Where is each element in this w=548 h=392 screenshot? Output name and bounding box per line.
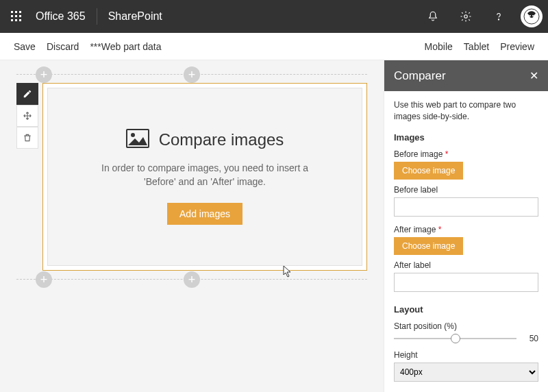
help-icon[interactable] [482,0,515,33]
choose-after-image-button[interactable]: Choose image [394,237,463,255]
svg-point-15 [131,133,135,137]
svg-rect-1 [15,11,17,13]
svg-point-9 [464,15,468,19]
svg-rect-0 [11,11,13,13]
mouse-cursor-icon [283,265,292,280]
command-bar: Save Discard ***Web part data Mobile Tab… [0,33,548,60]
after-label-label: After label [394,260,538,270]
group-images: Images [394,132,538,143]
tablet-button[interactable]: Tablet [464,41,489,52]
property-panel: Comparer ✕ Use this web part to compare … [384,60,548,392]
preview-button[interactable]: Preview [500,41,534,52]
notifications-icon[interactable] [416,0,449,33]
choose-before-image-button[interactable]: Choose image [394,162,463,180]
before-label-label: Before label [394,185,538,195]
svg-point-12 [530,15,531,16]
image-placeholder-icon [126,129,149,151]
suite-app-name: SharePoint [97,10,173,23]
svg-rect-6 [11,19,13,21]
svg-rect-7 [15,19,17,21]
editor-canvas: + + [0,60,384,392]
edit-webpart-icon[interactable] [16,83,38,105]
add-webpart-bottom-icon[interactable]: + [184,271,200,288]
add-webpart-top-icon[interactable]: + [184,66,200,83]
webpart-title: Compare images [159,130,284,149]
svg-rect-8 [19,19,21,21]
group-layout: Layout [394,304,538,315]
before-label-input[interactable] [394,197,538,217]
panel-description: Use this web part to compare two images … [394,99,538,123]
height-label: Height [394,350,538,360]
add-section-bottom-icon[interactable]: + [36,271,52,288]
svg-point-13 [532,15,534,16]
svg-rect-3 [11,15,13,17]
close-panel-icon[interactable]: ✕ [530,69,538,82]
height-select[interactable]: 400px [394,363,538,382]
webpart-description: In order to compare images, you need to … [95,162,314,188]
start-position-slider[interactable] [394,338,516,339]
after-image-label: After image * [394,225,538,234]
svg-rect-5 [19,15,21,17]
webpart-toolbar [16,83,38,271]
before-image-label: Before image * [394,149,538,159]
after-label-input[interactable] [394,273,538,292]
add-section-icon[interactable]: + [36,66,52,83]
svg-rect-4 [15,15,17,17]
mobile-button[interactable]: Mobile [425,41,453,52]
webpart-data-button[interactable]: ***Web part data [90,41,161,52]
save-button[interactable]: Save [14,41,36,52]
user-avatar[interactable] [521,5,543,27]
svg-rect-2 [19,11,21,13]
start-position-label: Start position (%) [394,321,538,331]
settings-icon[interactable] [449,0,482,33]
suite-product: Office 365 [33,10,97,23]
comparer-webpart[interactable]: Compare images In order to compare image… [42,83,367,271]
panel-header: Comparer ✕ [384,60,548,91]
discard-button[interactable]: Discard [47,41,79,52]
panel-title: Comparer [394,69,446,83]
suite-bar: Office 365 SharePoint [0,0,548,33]
svg-point-10 [498,19,499,20]
app-launcher-icon[interactable] [0,0,33,33]
start-position-value: 50 [522,334,538,343]
move-webpart-icon[interactable] [16,105,38,127]
delete-webpart-icon[interactable] [16,127,38,149]
add-images-button[interactable]: Add images [167,203,242,225]
